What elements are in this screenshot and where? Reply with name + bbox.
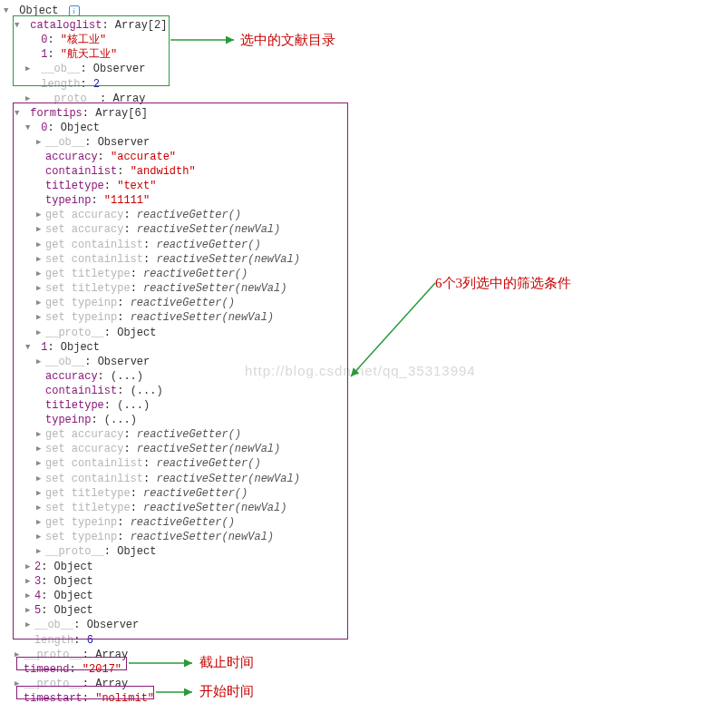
expand-icon[interactable] xyxy=(36,310,45,325)
expand-icon[interactable] xyxy=(36,530,45,544)
expand-icon[interactable] xyxy=(15,106,24,121)
expand-icon[interactable] xyxy=(36,544,45,559)
annotation-timestart: 开始时间 xyxy=(199,683,254,700)
expand-icon[interactable] xyxy=(36,208,45,222)
expand-icon[interactable] xyxy=(36,326,45,340)
root-label: Object xyxy=(19,5,58,17)
cataloglist-proto[interactable]: __proto__: Array xyxy=(4,92,724,106)
expand-icon[interactable] xyxy=(15,677,24,691)
getter-setter-row[interactable]: get titletype: reactiveGetter() xyxy=(4,267,724,281)
formtips-5-row[interactable]: 5: Object xyxy=(4,603,724,618)
formtips-row[interactable]: formtips: Array[6] xyxy=(4,106,724,121)
proto-array[interactable]: __proto__: Array xyxy=(4,648,724,662)
getter-setter-row[interactable]: get typeinp: reactiveGetter() xyxy=(4,296,724,310)
expand-icon[interactable] xyxy=(36,427,45,442)
getter-setter-row[interactable]: get accuracy: reactiveGetter() xyxy=(4,208,724,222)
formtips-0-row[interactable]: 0: Object xyxy=(4,121,724,135)
getter-setter-row[interactable]: set typeinp: reactiveSetter(newVal) xyxy=(4,530,724,544)
getter-setter-row[interactable]: get typeinp: reactiveGetter() xyxy=(4,515,724,530)
expand-icon[interactable] xyxy=(36,222,45,237)
getter-setter-row[interactable]: set accuracy: reactiveSetter(newVal) xyxy=(4,442,724,456)
timestart-row[interactable]: timestart: "nolimit" xyxy=(4,691,724,703)
expand-icon[interactable] xyxy=(36,486,45,501)
cataloglist-item-1[interactable]: 1: "航天工业" xyxy=(4,47,724,62)
expand-icon[interactable] xyxy=(25,560,34,574)
getter-setter-row[interactable]: get titletype: reactiveGetter() xyxy=(4,486,724,501)
formtips-1-ob[interactable]: __ob__: Observer xyxy=(4,355,724,369)
formtips-1-field-titletype[interactable]: titletype: (...) xyxy=(4,398,724,413)
expand-icon[interactable] xyxy=(25,589,34,603)
annotation-formtips: 6个3列选中的筛选条件 xyxy=(435,275,571,292)
formtips-length[interactable]: length: 6 xyxy=(4,633,724,648)
formtips-ob[interactable]: __ob__: Observer xyxy=(4,618,724,632)
annotation-cataloglist: 选中的文献目录 xyxy=(240,32,335,49)
cataloglist-key: cataloglist xyxy=(30,19,102,32)
expand-icon[interactable] xyxy=(36,515,45,530)
getter-setter-row[interactable]: set titletype: reactiveSetter(newVal) xyxy=(4,281,724,296)
expand-icon[interactable] xyxy=(25,574,34,589)
expand-icon[interactable] xyxy=(36,472,45,486)
getter-setter-row[interactable]: get containlist: reactiveGetter() xyxy=(4,456,724,471)
formtips-0-containlist[interactable]: containlist: "andwidth" xyxy=(4,164,724,179)
annotation-timeend: 截止时间 xyxy=(199,654,254,671)
timeend-row[interactable]: timeend: "2017" xyxy=(4,662,724,677)
cataloglist-type: Array[2] xyxy=(115,19,168,32)
cataloglist-val-1: "航天工业" xyxy=(61,48,117,61)
expand-icon[interactable] xyxy=(36,252,45,267)
getter-setter-row[interactable]: set accuracy: reactiveSetter(newVal) xyxy=(4,222,724,237)
formtips-1-field-containlist[interactable]: containlist: (...) xyxy=(4,384,724,398)
expand-icon[interactable] xyxy=(15,18,24,33)
expand-icon[interactable] xyxy=(25,92,34,106)
formtips-3-row[interactable]: 3: Object xyxy=(4,574,724,589)
expand-icon[interactable] xyxy=(36,296,45,310)
expand-icon[interactable] xyxy=(36,267,45,281)
expand-icon[interactable] xyxy=(36,355,45,369)
getter-setter-row[interactable]: get containlist: reactiveGetter() xyxy=(4,238,724,252)
root-object-row[interactable]: Object i xyxy=(4,4,724,18)
formtips-1-field-accuracy[interactable]: accuracy: (...) xyxy=(4,369,724,384)
object-tree: Object i cataloglist: Array[2] 0: "核工业" … xyxy=(4,4,724,703)
getter-setter-row[interactable]: get accuracy: reactiveGetter() xyxy=(4,427,724,442)
formtips-0-accuracy[interactable]: accuracy: "accurate" xyxy=(4,150,724,164)
expand-icon[interactable] xyxy=(25,340,34,355)
formtips-1-field-typeinp[interactable]: typeinp: (...) xyxy=(4,413,724,427)
expand-icon[interactable] xyxy=(36,135,45,150)
expand-icon[interactable] xyxy=(25,603,34,618)
cataloglist-row[interactable]: cataloglist: Array[2] xyxy=(4,18,724,33)
formtips-1-proto[interactable]: __proto__: Object xyxy=(4,544,724,559)
expand-icon[interactable] xyxy=(15,648,24,662)
cataloglist-length[interactable]: length: 2 xyxy=(4,77,724,92)
expand-icon[interactable] xyxy=(36,281,45,296)
getter-setter-row[interactable]: set typeinp: reactiveSetter(newVal) xyxy=(4,310,724,325)
getter-setter-row[interactable]: set containlist: reactiveSetter(newVal) xyxy=(4,252,724,267)
expand-icon[interactable] xyxy=(25,121,34,135)
expand-icon[interactable] xyxy=(36,456,45,471)
expand-icon[interactable] xyxy=(36,238,45,252)
formtips-0-proto[interactable]: __proto__: Object xyxy=(4,326,724,340)
getter-setter-row[interactable]: set titletype: reactiveSetter(newVal) xyxy=(4,501,724,515)
formtips-0-typeinp[interactable]: typeinp: "11111" xyxy=(4,193,724,208)
formtips-4-row[interactable]: 4: Object xyxy=(4,589,724,603)
cataloglist-ob[interactable]: __ob__: Observer xyxy=(4,62,724,76)
getter-setter-row[interactable]: set containlist: reactiveSetter(newVal) xyxy=(4,472,724,486)
proto-array-2[interactable]: __proto__: Array xyxy=(4,677,724,691)
expand-icon[interactable] xyxy=(25,618,34,632)
expand-icon[interactable] xyxy=(36,442,45,456)
expand-icon[interactable] xyxy=(36,501,45,515)
formtips-0-titletype[interactable]: titletype: "text" xyxy=(4,179,724,193)
formtips-2-row[interactable]: 2: Object xyxy=(4,560,724,574)
cataloglist-item-0[interactable]: 0: "核工业" xyxy=(4,33,724,47)
info-icon[interactable]: i xyxy=(69,5,80,16)
formtips-0-ob[interactable]: __ob__: Observer xyxy=(4,135,724,150)
expand-icon[interactable] xyxy=(4,4,13,18)
formtips-1-row[interactable]: 1: Object xyxy=(4,340,724,355)
cataloglist-val-0: "核工业" xyxy=(61,34,106,46)
expand-icon[interactable] xyxy=(25,62,34,76)
